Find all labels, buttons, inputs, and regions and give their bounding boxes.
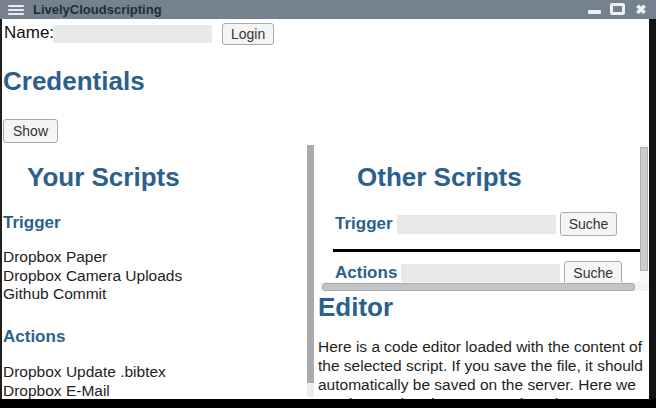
trigger-script-list: Dropbox Paper Dropbox Camera Uploads Git… <box>3 248 182 304</box>
editor-pane: Editor Here is a code editor loaded with… <box>317 292 649 399</box>
script-item[interactable]: Dropbox Update .bibtex <box>3 363 166 382</box>
name-label: Name: <box>4 23 54 43</box>
editor-description: Here is a code editor loaded with the co… <box>318 337 646 399</box>
show-button[interactable]: Show <box>3 119 58 143</box>
actions-search-label: Actions <box>335 263 397 283</box>
menu-icon[interactable] <box>8 5 24 15</box>
window-border-right <box>649 19 656 408</box>
credentials-heading: Credentials <box>3 66 145 96</box>
window-title: LivelyCloudscripting <box>33 2 162 17</box>
trigger-search-row: Trigger Suche <box>335 211 617 237</box>
login-button[interactable]: Login <box>222 23 274 45</box>
left-pane-scrollbar[interactable] <box>307 145 314 397</box>
other-scripts-heading: Other Scripts <box>357 162 522 192</box>
script-item[interactable]: Dropbox Paper <box>3 248 182 267</box>
trigger-search-input[interactable] <box>397 215 556 234</box>
trigger-section-label: Trigger <box>3 213 61 233</box>
editor-heading: Editor <box>318 292 393 322</box>
script-item[interactable]: Github Commit <box>3 285 182 304</box>
minimize-icon[interactable] <box>588 10 601 14</box>
close-icon[interactable]: ✖ <box>632 0 650 19</box>
divider-line <box>333 249 640 252</box>
actions-section-label: Actions <box>3 327 65 347</box>
app-window: LivelyCloudscripting ✖ Name: Login Crede… <box>0 0 656 408</box>
horizontal-scrollbar[interactable] <box>320 282 649 291</box>
script-item[interactable]: Dropbox Camera Uploads <box>3 267 182 286</box>
horizontal-scrollbar-thumb[interactable] <box>322 283 635 291</box>
trigger-search-label: Trigger <box>335 214 393 234</box>
name-input[interactable] <box>53 25 212 43</box>
your-scripts-heading: Your Scripts <box>27 162 180 192</box>
left-pane-scrollbar-thumb[interactable] <box>307 145 314 383</box>
vertical-scrollbar[interactable] <box>640 145 648 283</box>
other-scripts-pane: Other Scripts Trigger Suche Actions Such… <box>320 145 649 292</box>
script-item[interactable]: Dropbox E-Mail <box>3 382 166 400</box>
actions-search-input[interactable] <box>401 264 560 283</box>
window-border-bottom <box>0 399 656 408</box>
maximize-icon[interactable] <box>610 3 625 15</box>
vertical-scrollbar-thumb[interactable] <box>640 147 648 271</box>
actions-script-list: Dropbox Update .bibtex Dropbox E-Mail <box>3 363 166 399</box>
trigger-search-button[interactable]: Suche <box>560 212 618 236</box>
titlebar: LivelyCloudscripting ✖ <box>0 0 656 19</box>
your-scripts-pane: Your Scripts Trigger Dropbox Paper Dropb… <box>2 145 307 399</box>
